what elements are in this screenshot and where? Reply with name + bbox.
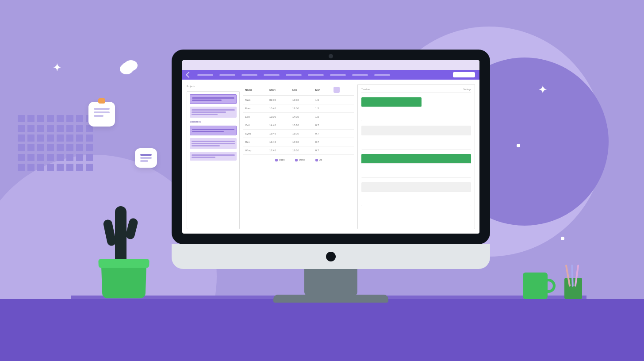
plus-icon: ✦: [53, 62, 61, 73]
nav-item[interactable]: [286, 74, 302, 76]
sidebar-block[interactable]: [190, 126, 237, 135]
timeline-row[interactable]: [361, 196, 471, 206]
col-header[interactable]: Start: [268, 84, 291, 96]
progress-bar[interactable]: [361, 154, 471, 164]
nav-item[interactable]: [197, 74, 213, 76]
table-cell: 16:45: [268, 138, 291, 146]
dot-icon: [561, 237, 564, 240]
footer-item[interactable]: Done: [295, 158, 305, 161]
timeline-row[interactable]: [361, 140, 471, 150]
pencil-cup: [564, 268, 582, 299]
table-cell: Rev: [243, 138, 268, 146]
bg-grid: [18, 115, 93, 171]
timeline-row[interactable]: [361, 168, 471, 178]
sticky-note: [135, 148, 157, 168]
nav-item[interactable]: [242, 74, 257, 76]
nav-item[interactable]: [374, 74, 390, 76]
table-cell: 18:30: [291, 146, 314, 155]
footer-item[interactable]: All: [315, 158, 322, 161]
sidebar-title: Projects: [187, 85, 240, 88]
table-cell: 0.7: [314, 130, 332, 138]
table-cell: 0.7: [314, 138, 332, 146]
home-button-icon: [326, 252, 336, 261]
table-cell: 1.2: [314, 104, 332, 113]
dot-icon: [517, 144, 520, 147]
col-header[interactable]: Name: [243, 84, 268, 96]
table-cell: 0.7: [314, 146, 332, 155]
panel-label: Timeline: [361, 88, 370, 91]
titlebar: [182, 60, 479, 70]
nav-item[interactable]: [352, 74, 368, 76]
table-row[interactable]: Task09:0010:301.5: [243, 96, 354, 104]
camera-icon: [329, 54, 333, 58]
sidebar-block[interactable]: [190, 138, 237, 149]
table-row[interactable]: Sync15:4516:300.7: [243, 130, 354, 138]
nav-item[interactable]: [308, 74, 324, 76]
panel-label: Settings: [463, 88, 471, 91]
table-cell: Wrap: [243, 146, 268, 155]
table-cell: Sync: [243, 130, 268, 138]
toolbar-button[interactable]: [453, 72, 475, 77]
plant: [102, 259, 146, 299]
table-footer: Open Done All: [243, 155, 354, 165]
table-cell: 09:00: [268, 96, 291, 104]
cloud-icon: [122, 62, 135, 73]
table-cell: 14:30: [291, 113, 314, 121]
monitor: Projects Schedules Name Start: [172, 50, 490, 271]
timeline-row[interactable]: [361, 182, 471, 192]
monitor-stand: [304, 269, 357, 296]
col-header[interactable]: Dur: [314, 84, 332, 96]
monitor-chin: [172, 244, 490, 269]
sidebar-block[interactable]: [190, 107, 237, 118]
sidebar-section-label: Schedules: [190, 120, 237, 123]
col-header[interactable]: End: [291, 84, 314, 96]
table-cell: 12:00: [291, 104, 314, 113]
table-action-icon[interactable]: [334, 87, 340, 93]
table-cell: Task: [243, 96, 268, 104]
progress-bar[interactable]: [361, 97, 422, 107]
footer-item[interactable]: Open: [275, 158, 285, 161]
table-cell: 16:30: [291, 130, 314, 138]
sidebar-block[interactable]: [190, 94, 237, 104]
table-row[interactable]: Wrap17:4518:300.7: [243, 146, 354, 155]
monitor-base: [273, 295, 388, 303]
nav-item[interactable]: [330, 74, 346, 76]
nav-item[interactable]: [264, 74, 280, 76]
table-cell: 0.7: [314, 121, 332, 130]
table-cell: 13:00: [268, 113, 291, 121]
app-screen: Projects Schedules Name Start: [182, 60, 479, 234]
table-cell: Plan: [243, 104, 268, 113]
toolbar: [182, 70, 479, 80]
sticky-note: [88, 102, 115, 127]
table-row[interactable]: Rev16:4517:300.7: [243, 138, 354, 146]
table-cell: Call: [243, 121, 268, 130]
timeline-row[interactable]: [361, 126, 471, 135]
table-cell: 1.5: [314, 96, 332, 104]
table-row[interactable]: Call14:4515:300.7: [243, 121, 354, 130]
table-cell: 1.5: [314, 113, 332, 121]
table-cell: 15:45: [268, 130, 291, 138]
sidebar: Projects Schedules: [187, 84, 240, 229]
timeline-row[interactable]: [361, 111, 471, 121]
table-cell: 10:30: [291, 96, 314, 104]
mug: [523, 273, 548, 299]
plus-icon: ✦: [539, 84, 547, 96]
data-table: Name Start End Dur Task09:0010:301.5Plan…: [243, 84, 354, 229]
table-cell: 17:45: [268, 146, 291, 155]
table-cell: 15:30: [291, 121, 314, 130]
table-cell: Edit: [243, 113, 268, 121]
sidebar-block[interactable]: [190, 152, 237, 161]
desk: [0, 299, 644, 361]
table-row[interactable]: Plan10:4512:001.2: [243, 104, 354, 113]
table-cell: 10:45: [268, 104, 291, 113]
table-row[interactable]: Edit13:0014:301.5: [243, 113, 354, 121]
nav-item[interactable]: [219, 74, 235, 76]
table-cell: 14:45: [268, 121, 291, 130]
table-cell: 17:30: [291, 138, 314, 146]
detail-panel: Timeline Settings: [357, 84, 475, 229]
back-icon[interactable]: [186, 72, 192, 78]
